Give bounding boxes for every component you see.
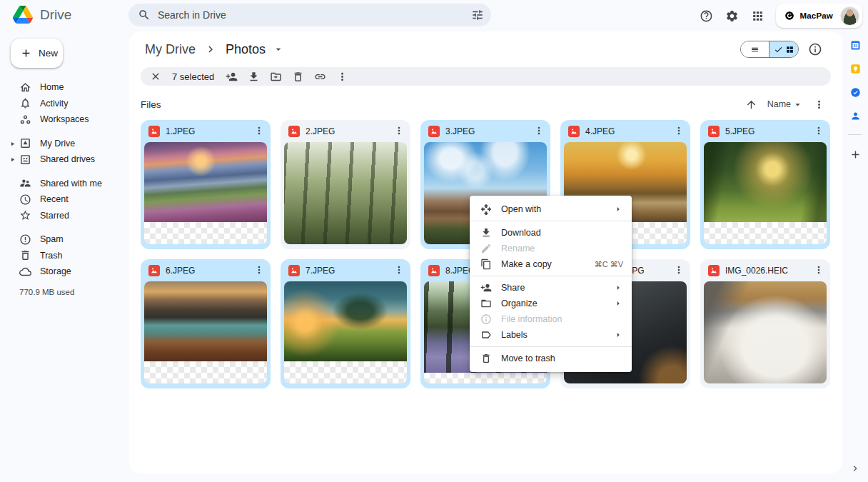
- menu-item-labels[interactable]: Labels: [470, 327, 632, 343]
- sidebar-item-label: Trash: [40, 251, 63, 261]
- file-more-options-icon[interactable]: [533, 125, 546, 138]
- tasks-icon[interactable]: [846, 83, 865, 102]
- file-more-options-icon[interactable]: [393, 264, 406, 277]
- account-chip[interactable]: MacPaw: [776, 4, 862, 28]
- sidebar: New HomeActivityWorkspacesMy DriveShared…: [0, 31, 128, 482]
- file-more-options-icon[interactable]: [393, 125, 406, 138]
- check-icon: [774, 45, 783, 54]
- file-thumbnail: [144, 142, 267, 244]
- drive-logo[interactable]: Drive: [13, 6, 71, 24]
- file-card[interactable]: IMG_0026.HEIC: [700, 259, 830, 388]
- sidebar-item-shared-drives[interactable]: Shared drives: [0, 151, 128, 168]
- menu-item-move-to-trash[interactable]: Move to trash: [470, 351, 632, 366]
- details-info-icon[interactable]: [808, 42, 822, 56]
- menu-item-make-a-copy[interactable]: Make a copy⌘C ⌘V: [470, 256, 632, 272]
- menu-item-label: Share: [501, 283, 604, 293]
- breadcrumb-row: My Drive Photos: [141, 31, 831, 67]
- file-card[interactable]: 2.JPEG: [281, 120, 410, 249]
- sidebar-item-workspaces[interactable]: Workspaces: [0, 111, 128, 128]
- expand-arrow-icon[interactable]: [9, 156, 16, 163]
- image-file-icon: [288, 265, 300, 276]
- file-card[interactable]: 7.JPEG: [281, 259, 410, 388]
- file-more-options-icon[interactable]: [253, 264, 266, 277]
- sidebar-item-trash[interactable]: Trash: [0, 248, 128, 264]
- storage-icon: [19, 266, 31, 278]
- file-more-options-icon[interactable]: [673, 125, 686, 138]
- new-button-label: New: [39, 48, 58, 59]
- files-header-row: Files Name: [141, 95, 831, 114]
- search-options-icon[interactable]: [471, 9, 484, 21]
- breadcrumb-photos[interactable]: Photos: [221, 41, 270, 59]
- menu-item-share[interactable]: Share: [470, 280, 632, 296]
- chevron-right-icon: [204, 43, 217, 56]
- side-panel-rail: 31: [842, 31, 868, 169]
- get-add-ons-icon[interactable]: [846, 145, 865, 164]
- sidebar-item-label: My Drive: [40, 139, 75, 149]
- file-name: 4.JPEG: [585, 126, 667, 136]
- list-view-button[interactable]: [741, 41, 769, 57]
- file-more-options-icon[interactable]: [813, 264, 826, 277]
- sidebar-item-activity[interactable]: Activity: [0, 96, 128, 112]
- file-card[interactable]: 5.JPEG: [700, 120, 830, 249]
- clear-selection-icon[interactable]: [150, 71, 161, 82]
- thumbnail-image: [284, 281, 407, 361]
- calendar-icon[interactable]: 31: [846, 36, 865, 55]
- file-thumbnail: [704, 142, 827, 244]
- contacts-icon[interactable]: [846, 106, 865, 126]
- file-card[interactable]: 6.JPEG: [141, 259, 271, 388]
- hide-side-panel-icon[interactable]: [849, 463, 861, 474]
- svg-text:31: 31: [853, 44, 857, 48]
- settings-icon[interactable]: [722, 6, 742, 26]
- sidebar-item-my-drive[interactable]: My Drive: [0, 136, 128, 152]
- search-icon[interactable]: [138, 9, 151, 21]
- sidebar-item-shared-with-me[interactable]: Shared with me: [0, 176, 128, 192]
- help-icon[interactable]: [696, 6, 716, 26]
- file-card-header: 4.JPEG: [560, 120, 690, 142]
- file-more-options-icon[interactable]: [813, 125, 826, 138]
- sort-direction-icon[interactable]: [745, 99, 757, 111]
- sidebar-item-label: Spam: [40, 234, 64, 244]
- file-more-options-icon[interactable]: [673, 264, 686, 277]
- share-add-person-icon: [480, 282, 492, 293]
- sidebar-item-home[interactable]: Home: [0, 79, 128, 96]
- trash-icon[interactable]: [287, 67, 309, 86]
- sort-by-name[interactable]: Name: [767, 99, 803, 110]
- sidebar-item-starred[interactable]: Starred: [0, 208, 128, 224]
- get-link-icon[interactable]: [309, 67, 331, 86]
- menu-item-label: Rename: [501, 243, 623, 253]
- image-file-icon: [148, 126, 160, 137]
- sidebar-nav: HomeActivityWorkspacesMy DriveShared dri…: [0, 79, 128, 280]
- grid-view-icon: [785, 45, 794, 54]
- menu-item-open-with[interactable]: Open with: [470, 201, 632, 217]
- avatar[interactable]: [840, 6, 859, 26]
- menu-item-organize[interactable]: Organize: [470, 296, 632, 311]
- sidebar-item-spam[interactable]: Spam: [0, 231, 128, 248]
- view-more-options-icon[interactable]: [813, 99, 825, 111]
- sidebar-item-label: Shared with me: [40, 179, 102, 189]
- new-button[interactable]: New: [11, 39, 63, 68]
- drive-logo-icon: [13, 6, 33, 24]
- download-icon[interactable]: [243, 67, 265, 86]
- rail-divider: [848, 134, 862, 135]
- file-thumbnail: [144, 281, 267, 383]
- search-bar[interactable]: [128, 4, 491, 26]
- sort-caret-icon: [792, 99, 803, 110]
- breadcrumb-my-drive[interactable]: My Drive: [141, 41, 200, 59]
- more-options-icon[interactable]: [331, 67, 353, 86]
- share-add-person-icon[interactable]: [221, 67, 243, 86]
- move-to-folder-icon[interactable]: [265, 67, 287, 86]
- file-name: 6.JPEG: [166, 266, 248, 276]
- search-input[interactable]: [151, 9, 471, 21]
- submenu-arrow-icon: [613, 330, 623, 340]
- menu-item-download[interactable]: Download: [470, 225, 632, 241]
- expand-arrow-icon[interactable]: [9, 141, 16, 147]
- grid-view-button[interactable]: [769, 41, 798, 57]
- sidebar-item-storage[interactable]: Storage: [0, 263, 128, 280]
- folder-menu-caret-icon[interactable]: [273, 44, 284, 55]
- file-card[interactable]: 1.JPEG: [141, 120, 271, 249]
- image-file-icon: [288, 126, 300, 137]
- apps-grid-icon[interactable]: [747, 6, 767, 26]
- keep-icon[interactable]: [846, 59, 865, 79]
- sidebar-item-recent[interactable]: Recent: [0, 191, 128, 208]
- file-more-options-icon[interactable]: [253, 125, 266, 138]
